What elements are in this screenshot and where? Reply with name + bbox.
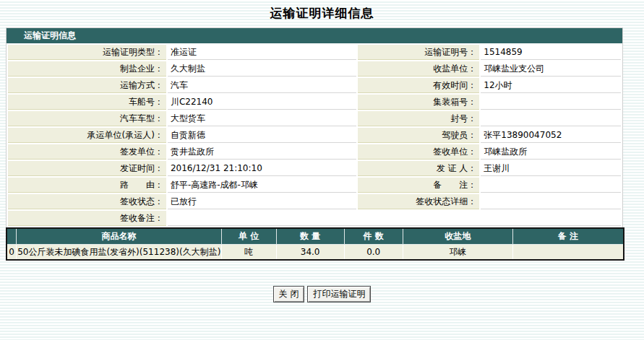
info-row: 路 由： 舒平-高速路-成都-邛崃 备 注：	[8, 178, 621, 193]
field-value-producer: 久大制盐	[168, 61, 356, 77]
info-row: 运输方式： 汽车 有效时间： 12小时	[8, 78, 621, 93]
field-value-driver: 张平13890047052	[481, 128, 621, 143]
field-label-carrier: 承运单位(承运人)：	[8, 128, 166, 143]
field-label-seal-no: 封号：	[358, 111, 479, 126]
field-value-container-no	[481, 95, 621, 110]
goods-cell-unit: 吨	[221, 245, 276, 261]
info-row: 发证时间： 2016/12/31 21:10:10 发 证 人： 王谢川	[8, 161, 621, 176]
field-value-remark	[481, 178, 621, 193]
field-label-sign-status: 签收状态：	[8, 194, 166, 209]
field-label-sign-remark: 签收备注：	[8, 211, 166, 226]
field-value-valid-time: 12小时	[481, 78, 621, 93]
field-label-route: 路 由：	[8, 178, 166, 193]
field-label-sign-status-detail: 签收状态详细：	[358, 194, 479, 209]
field-label-cert-no: 运输证明号：	[358, 45, 479, 60]
goods-header-row: 商品名称 单 位 数 量 件 数 收盐地 备 注	[7, 228, 624, 245]
field-value-transport-mode: 汽车	[168, 78, 356, 93]
field-value-carrier: 自贡新德	[168, 128, 356, 143]
field-value-sign-status: 已放行	[168, 194, 356, 209]
field-value-vehicle-no: 川C22140	[168, 95, 356, 110]
field-label-transport-mode: 运输方式：	[8, 78, 166, 93]
field-value-cert-type: 准运证	[168, 45, 356, 60]
goods-col-quantity: 数 量	[276, 228, 344, 245]
goods-data-row: 0 50公斤装未加碘食用盐(发省外)(511238)(久大制盐) 吨 34.0 …	[7, 245, 624, 261]
goods-col-pieces: 件 数	[344, 228, 403, 245]
field-label-vehicle-no: 车船号：	[8, 95, 166, 110]
goods-col-product-name: 商品名称	[17, 228, 222, 245]
action-button-bar: 关 闭打印运输证明	[0, 286, 644, 302]
field-value-issuer: 王谢川	[481, 161, 621, 176]
field-value-receiver-unit: 邛崃盐业支公司	[481, 61, 621, 77]
field-value-sign-remark	[168, 211, 621, 226]
section-header: 运输证明信息	[7, 28, 622, 43]
goods-cell-index: 0	[7, 245, 17, 261]
certificate-info-table: 运输证明类型： 准运证 运输证明号： 1514859 制盐企业： 久大制盐 收盐…	[7, 43, 622, 227]
goods-cell-remark	[512, 245, 624, 261]
print-certificate-button[interactable]: 打印运输证明	[307, 286, 371, 302]
goods-col-remark: 备 注	[512, 228, 624, 245]
page-title: 运输证明详细信息	[0, 0, 644, 22]
field-label-receiver-unit: 收盐单位：	[358, 61, 479, 77]
goods-table: 商品名称 单 位 数 量 件 数 收盐地 备 注 0 50公斤装未加碘食用盐(发…	[6, 227, 624, 261]
info-row: 签收状态： 已放行 签收状态详细：	[8, 194, 621, 209]
field-label-truck-type: 汽车车型：	[8, 111, 166, 126]
field-value-sign-status-detail	[481, 194, 621, 209]
field-label-issue-unit: 签发单位：	[8, 144, 166, 160]
goods-cell-destination: 邛崃	[403, 245, 512, 261]
field-label-remark: 备 注：	[358, 178, 479, 193]
field-value-issue-unit: 贡井盐政所	[168, 144, 356, 160]
goods-cell-quantity: 34.0	[276, 245, 344, 261]
field-value-truck-type: 大型货车	[168, 111, 356, 126]
info-row: 汽车车型： 大型货车 封号：	[8, 111, 621, 126]
info-row: 运输证明类型： 准运证 运输证明号： 1514859	[8, 45, 621, 60]
field-label-driver: 驾驶员：	[358, 128, 479, 143]
field-value-sign-unit: 邛崃盐政所	[481, 144, 621, 160]
field-value-route: 舒平-高速路-成都-邛崃	[168, 178, 356, 193]
goods-col-index	[7, 228, 17, 245]
goods-col-destination: 收盐地	[403, 228, 512, 245]
field-value-cert-no: 1514859	[481, 45, 621, 60]
field-label-cert-type: 运输证明类型：	[8, 45, 166, 60]
field-label-producer: 制盐企业：	[8, 61, 166, 77]
info-row: 签发单位： 贡井盐政所 签收单位： 邛崃盐政所	[8, 144, 621, 160]
field-label-valid-time: 有效时间：	[358, 78, 479, 93]
certificate-info-panel: 运输证明信息 运输证明类型： 准运证 运输证明号： 1514859 制盐企业： …	[6, 27, 623, 228]
field-value-seal-no	[481, 111, 621, 126]
field-label-container-no: 集装箱号：	[358, 95, 479, 110]
goods-col-unit: 单 位	[221, 228, 276, 245]
info-row: 制盐企业： 久大制盐 收盐单位： 邛崃盐业支公司	[8, 61, 621, 77]
close-button[interactable]: 关 闭	[273, 286, 305, 302]
field-value-issue-time: 2016/12/31 21:10:10	[168, 161, 356, 176]
field-label-issue-time: 发证时间：	[8, 161, 166, 176]
field-label-issuer: 发 证 人：	[358, 161, 479, 176]
info-row: 签收备注：	[8, 211, 621, 226]
info-row: 车船号： 川C22140 集装箱号：	[8, 95, 621, 110]
info-row: 承运单位(承运人)： 自贡新德 驾驶员： 张平13890047052	[8, 128, 621, 143]
goods-cell-product-name: 50公斤装未加碘食用盐(发省外)(511238)(久大制盐)	[17, 245, 222, 261]
goods-cell-pieces: 0.0	[344, 245, 403, 261]
field-label-sign-unit: 签收单位：	[358, 144, 479, 160]
